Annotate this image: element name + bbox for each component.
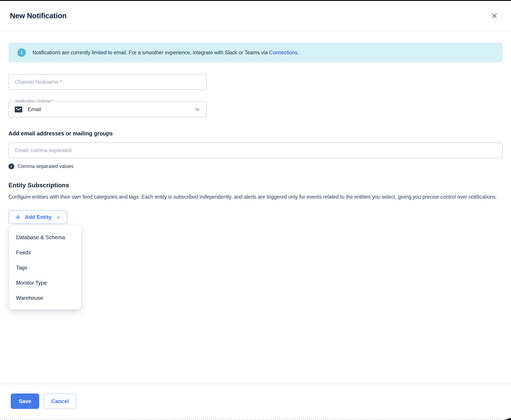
dialog-header: New Notification xyxy=(0,0,511,31)
info-banner: i Notifications are currently limited to… xyxy=(8,43,503,62)
notification-channel-value: Email xyxy=(28,106,41,112)
email-section-heading: Add email addresses or mailing groups xyxy=(8,130,503,137)
cancel-button[interactable]: Cancel xyxy=(44,393,76,409)
bottom-dashed-edge xyxy=(0,419,511,420)
dialog-body: i Notifications are currently limited to… xyxy=(0,43,511,224)
save-button[interactable]: Save xyxy=(11,393,39,409)
menu-item-database-schema[interactable]: Database & Schema xyxy=(9,230,81,245)
window-top-edge xyxy=(0,0,511,1)
entity-subscriptions-heading: Entity Subscriptions xyxy=(8,182,503,189)
menu-item-feeds[interactable]: Feeds xyxy=(9,245,81,260)
email-icon xyxy=(15,106,22,112)
dialog-footer: Save Cancel xyxy=(11,393,76,409)
notification-channel-select[interactable]: Notification Channel * Email xyxy=(8,101,207,117)
chevron-down-icon xyxy=(194,106,201,112)
footer-divider xyxy=(0,384,511,384)
close-button[interactable] xyxy=(490,11,499,21)
email-helper: i Comma separated values xyxy=(8,164,503,169)
menu-item-warehouse[interactable]: Warehouse xyxy=(9,290,81,306)
plus-icon xyxy=(15,214,21,220)
add-entity-label: Add Entity xyxy=(25,214,52,220)
menu-item-monitor-type[interactable]: Monitor Type xyxy=(9,275,81,290)
email-addresses-input[interactable] xyxy=(8,142,503,158)
info-icon: i xyxy=(17,48,26,57)
close-icon xyxy=(491,12,498,20)
channel-nickname-input[interactable] xyxy=(8,74,207,90)
cursor-artifact xyxy=(504,418,511,420)
notification-channel-label: Notification Channel * xyxy=(13,99,56,104)
banner-message: Notifications are currently limited to e… xyxy=(32,50,299,56)
new-notification-dialog: New Notification i Notifications are cur… xyxy=(0,0,511,420)
menu-item-tags[interactable]: Tags xyxy=(9,260,81,275)
add-entity-wrapper: Add Entity Database & Schema Feeds Tags … xyxy=(8,210,67,224)
add-entity-button[interactable]: Add Entity xyxy=(8,210,67,224)
email-helper-text: Comma separated values xyxy=(18,164,74,169)
connections-link[interactable]: Connections. xyxy=(269,50,299,55)
add-entity-menu: Database & Schema Feeds Tags Monitor Typ… xyxy=(9,226,81,309)
info-filled-icon: i xyxy=(8,164,14,169)
chevron-down-icon xyxy=(56,215,61,220)
dialog-title: New Notification xyxy=(10,12,67,20)
entity-subscriptions-description: Configure entities with their own feed c… xyxy=(8,192,503,202)
banner-message-text: Notifications are currently limited to e… xyxy=(32,50,269,55)
